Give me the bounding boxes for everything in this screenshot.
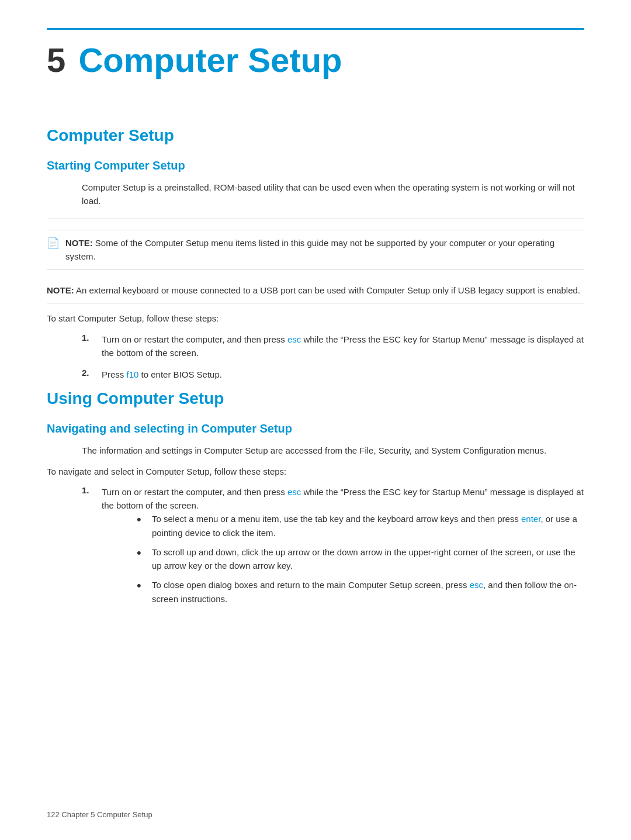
step2: 2. Press f10 to enter BIOS Setup. <box>82 368 584 381</box>
chapter-header: 5 Computer Setup <box>47 28 584 79</box>
nav-step1-text: Turn on or restart the computer, and the… <box>102 487 584 510</box>
note1-content: NOTE: Some of the Computer Setup menu it… <box>65 236 584 264</box>
subsection1-intro: Computer Setup is a preinstalled, ROM-ba… <box>82 181 584 208</box>
note2-label: NOTE: <box>47 285 74 295</box>
note1-text: Some of the Computer Setup menu items li… <box>65 238 554 261</box>
bullet1-key: enter <box>521 514 540 524</box>
step1-key: esc <box>287 334 301 344</box>
bullet2: • To scroll up and down, click the up ar… <box>137 545 584 573</box>
nav-step1-content: Turn on or restart the computer, and the… <box>102 485 584 613</box>
bullet2-dot: • <box>137 545 145 561</box>
nav-step1-num: 1. <box>82 485 95 495</box>
note2: NOTE: An external keyboard or mouse conn… <box>47 278 584 303</box>
step1-text: Turn on or restart the computer, and the… <box>102 333 584 360</box>
nav-steps-list: 1. Turn on or restart the computer, and … <box>82 485 584 613</box>
note2-text: An external keyboard or mouse connected … <box>76 285 580 295</box>
step1: 1. Turn on or restart the computer, and … <box>82 333 584 360</box>
page-footer: 122 Chapter 5 Computer Setup <box>47 810 152 819</box>
steps-intro: To start Computer Setup, follow these st… <box>47 312 584 325</box>
divider1 <box>47 219 584 219</box>
nav-step1-key: esc <box>287 487 301 497</box>
bullet3-text: To close open dialog boxes and return to… <box>152 578 584 606</box>
bullet1-dot: • <box>137 512 145 527</box>
page: 5 Computer Setup Computer Setup Starting… <box>0 0 631 840</box>
step2-key: f10 <box>127 369 139 379</box>
bullet1-text: To select a menu or a menu item, use the… <box>152 512 584 540</box>
subsection2-block: Navigating and selecting in Computer Set… <box>47 422 584 613</box>
note1: 📄 NOTE: Some of the Computer Setup menu … <box>47 230 584 270</box>
note1-label: NOTE: <box>65 238 93 248</box>
bullet1: • To select a menu or a menu item, use t… <box>137 512 584 540</box>
steps-list: 1. Turn on or restart the computer, and … <box>82 333 584 382</box>
bullet3: • To close open dialog boxes and return … <box>137 578 584 606</box>
subsection1-heading: Starting Computer Setup <box>47 159 584 172</box>
section1-block: Computer Setup Starting Computer Setup C… <box>47 126 584 613</box>
subsection2-steps-intro: To navigate and select in Computer Setup… <box>47 465 584 478</box>
chapter-number: 5 <box>47 40 65 79</box>
nav-step1: 1. Turn on or restart the computer, and … <box>82 485 584 613</box>
section1-heading: Computer Setup <box>47 126 584 145</box>
step1-num: 1. <box>82 333 95 343</box>
bullet3-dot: • <box>137 578 145 593</box>
bullet2-text: To scroll up and down, click the up arro… <box>152 545 584 573</box>
chapter-title: Computer Setup <box>78 40 342 79</box>
subsection1-block: Starting Computer Setup Computer Setup i… <box>47 159 584 381</box>
subsection2-intro: The information and settings in Computer… <box>82 444 584 457</box>
note1-icon: 📄 <box>47 237 60 250</box>
bullet3-key: esc <box>470 580 483 590</box>
bullet-list: • To select a menu or a menu item, use t… <box>137 512 584 606</box>
step2-num: 2. <box>82 368 95 378</box>
section2-block: Using Computer Setup Navigating and sele… <box>47 389 584 613</box>
step2-text: Press f10 to enter BIOS Setup. <box>102 368 222 381</box>
subsection2-heading: Navigating and selecting in Computer Set… <box>47 422 584 435</box>
section2-heading: Using Computer Setup <box>47 389 584 408</box>
